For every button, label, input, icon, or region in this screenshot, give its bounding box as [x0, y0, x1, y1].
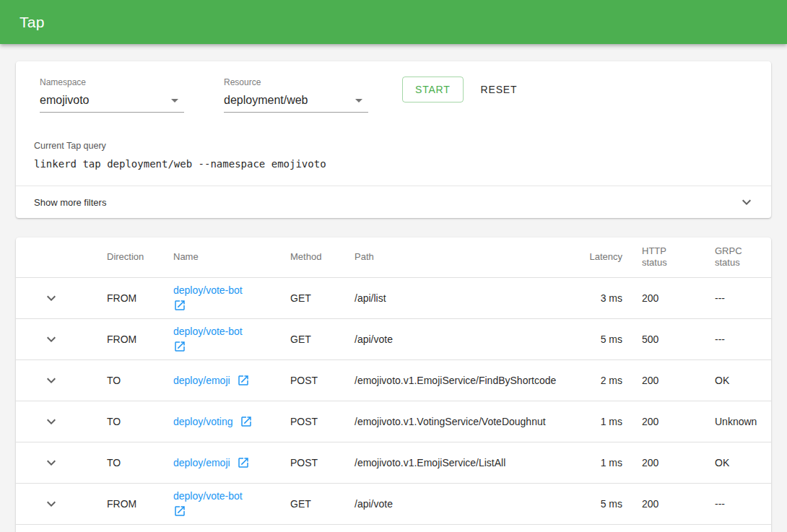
grpc-status-cell: Unknown	[699, 401, 771, 442]
namespace-select[interactable]: emojivoto	[40, 92, 184, 113]
path-cell: /api/list	[355, 277, 586, 318]
path-cell: /api/vote	[355, 483, 586, 524]
resource-field: Resource deployment/web	[224, 77, 368, 113]
chevron-down-icon	[43, 289, 60, 307]
method-cell: GET	[290, 277, 355, 318]
current-query-value: linkerd tap deployment/web --namespace e…	[34, 158, 753, 170]
grpc-status-cell: ---	[699, 483, 771, 524]
start-button[interactable]: START	[402, 77, 464, 103]
tap-results-card: Direction Name Method Path Latency HTTP …	[16, 237, 771, 532]
current-query-label: Current Tap query	[34, 141, 753, 152]
expand-row-button[interactable]	[43, 454, 60, 471]
method-cell: POST	[290, 442, 355, 483]
http-status-cell: 500	[622, 318, 699, 359]
resource-link[interactable]: deploy/emoji	[173, 375, 230, 386]
name-cell: deploy/vote-bot	[173, 318, 290, 359]
table-row: FROM deploy/vote-bot GET /api/list 3 ms …	[16, 277, 771, 318]
chevron-down-icon	[43, 495, 60, 513]
name-cell: deploy/vote-bot	[173, 277, 290, 318]
table-header-row: Direction Name Method Path Latency HTTP …	[16, 237, 771, 277]
resource-link[interactable]: deploy/vote-bot	[173, 326, 243, 337]
http-status-cell: 200	[622, 359, 699, 401]
latency-cell: 2 ms	[586, 359, 622, 401]
resource-link[interactable]: deploy/vote-bot	[173, 284, 243, 296]
namespace-label: Namespace	[40, 77, 184, 87]
open-in-new-icon[interactable]	[237, 374, 250, 387]
table-row: TO deploy/emoji POST /emojivoto.v1.Emoji…	[16, 442, 771, 483]
namespace-select-value: emojivoto	[40, 94, 89, 107]
method-cell: GET	[290, 318, 355, 359]
direction-cell: TO	[107, 401, 173, 442]
name-cell: deploy/voting	[173, 401, 290, 442]
latency-cell: 5 ms	[586, 318, 622, 359]
tap-results-table: Direction Name Method Path Latency HTTP …	[16, 237, 771, 525]
direction-cell: TO	[107, 359, 173, 401]
http-status-cell: 200	[622, 442, 699, 483]
name-cell: deploy/vote-bot	[173, 483, 290, 524]
open-in-new-icon[interactable]	[237, 456, 250, 469]
open-in-new-icon[interactable]	[173, 299, 186, 312]
open-in-new-icon[interactable]	[173, 505, 186, 518]
form-buttons: START RESET	[402, 77, 523, 103]
expand-row-button[interactable]	[43, 372, 60, 389]
latency-cell: 5 ms	[586, 483, 622, 524]
latency-cell: 3 ms	[586, 277, 622, 318]
path-cell: /emojivoto.v1.EmojiService/ListAll	[355, 442, 586, 483]
grpc-status-cell: ---	[699, 318, 771, 359]
grpc-status-cell: OK	[699, 359, 771, 401]
tap-form-row: Namespace emojivoto Resource deployment/…	[16, 61, 771, 113]
http-status-cell: 200	[622, 277, 699, 318]
table-row: TO deploy/emoji POST /emojivoto.v1.Emoji…	[16, 359, 771, 401]
grpc-status-cell: OK	[699, 442, 771, 483]
path-cell: /api/vote	[355, 318, 586, 359]
direction-cell: TO	[107, 442, 173, 483]
chevron-down-icon	[43, 372, 60, 389]
app-bar: Tap	[0, 0, 787, 44]
dropdown-caret-icon	[355, 99, 362, 103]
page-title: Tap	[19, 14, 45, 31]
chevron-down-icon	[738, 193, 755, 211]
expand-row-button[interactable]	[43, 413, 60, 430]
expand-row-button[interactable]	[43, 495, 60, 513]
name-column-header: Name	[173, 237, 290, 277]
path-cell: /emojivoto.v1.VotingService/VoteDoughnut	[355, 401, 586, 442]
direction-cell: FROM	[107, 277, 173, 318]
current-query-block: Current Tap query linkerd tap deployment…	[16, 141, 771, 170]
resource-link[interactable]: deploy/vote-bot	[173, 490, 243, 502]
resource-link[interactable]: deploy/voting	[173, 416, 233, 427]
table-row: FROM deploy/vote-bot GET /api/vote 5 ms …	[16, 483, 771, 524]
http-status-cell: 200	[622, 483, 699, 524]
table-row: TO deploy/voting POST /emojivoto.v1.Voti…	[16, 401, 771, 442]
chevron-down-icon	[43, 413, 60, 430]
path-cell: /emojivoto.v1.EmojiService/FindByShortco…	[355, 359, 586, 401]
chevron-down-icon	[43, 454, 60, 471]
http-status-cell: 200	[622, 401, 699, 442]
show-more-filters-toggle[interactable]: Show more filters	[16, 186, 771, 218]
open-in-new-icon[interactable]	[173, 340, 186, 353]
method-column-header: Method	[290, 237, 355, 277]
path-column-header: Path	[355, 237, 586, 277]
direction-cell: FROM	[107, 483, 173, 524]
expand-row-button[interactable]	[43, 289, 60, 307]
resource-select[interactable]: deployment/web	[224, 92, 368, 113]
name-cell: deploy/emoji	[173, 359, 290, 401]
method-cell: GET	[290, 483, 355, 524]
expand-row-button[interactable]	[43, 331, 60, 348]
grpc-status-column-header: GRPC status	[699, 237, 771, 277]
latency-cell: 1 ms	[586, 401, 622, 442]
namespace-field: Namespace emojivoto	[40, 77, 184, 113]
method-cell: POST	[290, 401, 355, 442]
name-cell: deploy/emoji	[173, 442, 290, 483]
resource-link[interactable]: deploy/emoji	[173, 457, 230, 468]
latency-column-header: Latency	[586, 237, 622, 277]
direction-column-header: Direction	[107, 237, 173, 277]
reset-button[interactable]: RESET	[475, 77, 523, 103]
resource-select-value: deployment/web	[224, 94, 308, 107]
open-in-new-icon[interactable]	[240, 415, 253, 428]
expand-column-header	[16, 237, 107, 277]
tap-query-card: Namespace emojivoto Resource deployment/…	[16, 61, 771, 218]
direction-cell: FROM	[107, 318, 173, 359]
method-cell: POST	[290, 359, 355, 401]
http-status-column-header: HTTP status	[622, 237, 699, 277]
resource-label: Resource	[224, 77, 368, 87]
